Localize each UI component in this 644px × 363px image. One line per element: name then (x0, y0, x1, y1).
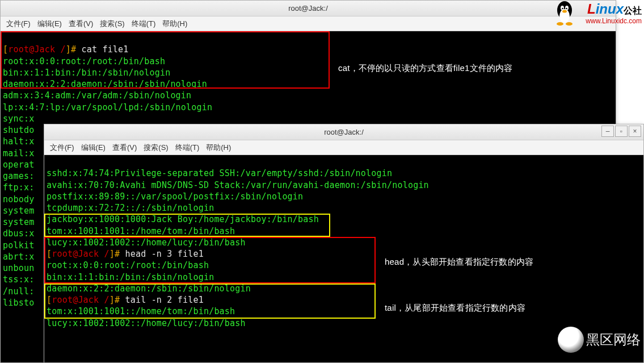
svg-point-7 (557, 22, 563, 26)
menubar: 文件(F) 编辑(E) 查看(V) 搜索(S) 终端(T) 帮助(H) (1, 16, 616, 31)
annotation-tail: tail，从尾部开始查看指定行数的内容 (385, 302, 525, 314)
watermark-heiqu: 黑区网络 (558, 327, 641, 353)
svg-point-4 (562, 8, 563, 10)
titlebar[interactable]: root@Jack:/ (1, 1, 616, 16)
menu-edit[interactable]: 编辑(E) (37, 19, 62, 29)
highlight-cat-tail-box (44, 214, 330, 237)
menu-search[interactable]: 搜索(S) (144, 143, 168, 153)
mushroom-icon (558, 327, 584, 353)
highlight-head-box (44, 237, 376, 283)
menu-help[interactable]: 帮助(H) (162, 19, 187, 29)
highlight-cat-box (1, 31, 330, 89)
svg-point-8 (566, 22, 573, 26)
terminal-body[interactable]: sshd:x:74:74:Privilege-separated SSH:/va… (44, 155, 643, 362)
menu-file[interactable]: 文件(F) (6, 19, 31, 29)
close-button[interactable]: × (629, 126, 641, 137)
tux-icon (553, 0, 576, 26)
svg-point-6 (562, 10, 567, 13)
minimize-button[interactable]: – (601, 126, 614, 137)
annotation-cat: cat，不停的以只读的方式查看file1文件的内容 (338, 62, 513, 74)
annotation-head: head，从头部开始查看指定行数的内容 (385, 256, 533, 268)
menu-file[interactable]: 文件(F) (50, 143, 74, 153)
menu-terminal[interactable]: 终端(T) (132, 19, 156, 29)
window-title: root@Jack:/ (288, 4, 328, 12)
terminal-window-2: root@Jack:/ – ▫ × 文件(F) 编辑(E) 查看(V) 搜索(S… (44, 124, 644, 363)
menubar: 文件(F) 编辑(E) 查看(V) 搜索(S) 终端(T) 帮助(H) (44, 140, 643, 155)
menu-view[interactable]: 查看(V) (112, 143, 137, 153)
menu-view[interactable]: 查看(V) (69, 19, 93, 29)
menu-help[interactable]: 帮助(H) (206, 143, 231, 153)
site-logo: Linux公社 www.Linuxidc.com (586, 1, 642, 25)
window-title: root@Jack:/ (324, 128, 364, 136)
titlebar[interactable]: root@Jack:/ – ▫ × (44, 124, 643, 140)
svg-point-5 (566, 8, 567, 10)
maximize-button[interactable]: ▫ (615, 126, 628, 137)
highlight-tail-box (44, 283, 376, 319)
menu-edit[interactable]: 编辑(E) (81, 143, 106, 153)
menu-terminal[interactable]: 终端(T) (175, 143, 200, 153)
menu-search[interactable]: 搜索(S) (100, 19, 124, 29)
